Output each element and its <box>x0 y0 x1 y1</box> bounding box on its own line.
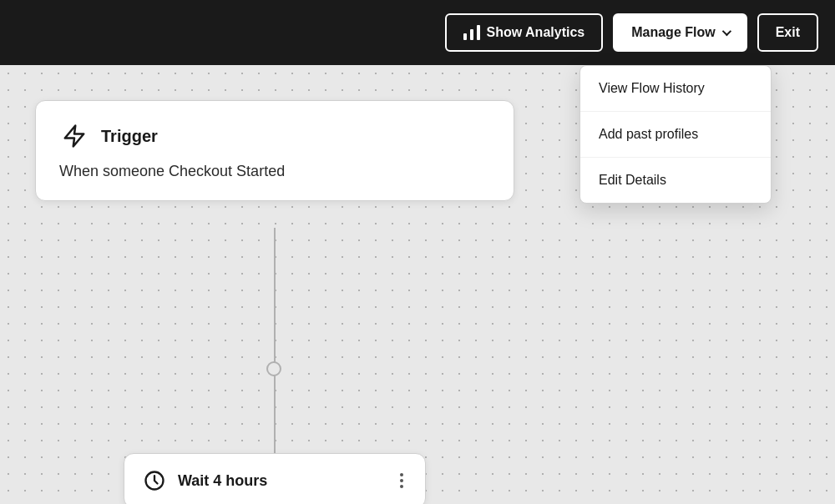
trigger-title: Trigger <box>101 127 158 146</box>
connector-line <box>274 228 276 453</box>
svg-rect-1 <box>470 29 473 40</box>
manage-flow-button[interactable]: Manage Flow <box>613 13 746 52</box>
trigger-card: Trigger When someone Checkout Started <box>35 100 514 201</box>
wait-card-left: Wait 4 hours <box>143 469 267 492</box>
clock-icon <box>143 469 166 492</box>
wait-card[interactable]: Wait 4 hours <box>124 453 426 504</box>
trigger-subtitle: When someone Checkout Started <box>59 163 490 180</box>
dot-3 <box>400 485 403 488</box>
manage-flow-label: Manage Flow <box>631 25 715 40</box>
svg-rect-2 <box>477 25 480 40</box>
topbar: Show Analytics Manage Flow Exit <box>0 0 835 65</box>
dot-2 <box>400 479 403 482</box>
trigger-header: Trigger <box>59 121 490 151</box>
analytics-icon <box>463 25 480 40</box>
svg-rect-0 <box>463 33 467 40</box>
dropdown-item-add-past-profiles[interactable]: Add past profiles <box>580 112 771 158</box>
show-analytics-button[interactable]: Show Analytics <box>445 13 604 52</box>
wait-card-menu-button[interactable] <box>397 470 407 491</box>
connector-dot <box>266 361 281 376</box>
manage-flow-dropdown: View Flow History Add past profiles Edit… <box>579 65 772 204</box>
wait-title: Wait 4 hours <box>178 472 267 490</box>
dot-1 <box>400 473 403 476</box>
dropdown-item-edit-details[interactable]: Edit Details <box>580 158 771 203</box>
trigger-icon <box>59 121 89 151</box>
show-analytics-label: Show Analytics <box>487 25 585 40</box>
exit-label: Exit <box>776 25 800 40</box>
chevron-down-icon <box>721 27 731 36</box>
dropdown-item-view-flow-history[interactable]: View Flow History <box>580 66 771 112</box>
exit-button[interactable]: Exit <box>757 13 818 52</box>
